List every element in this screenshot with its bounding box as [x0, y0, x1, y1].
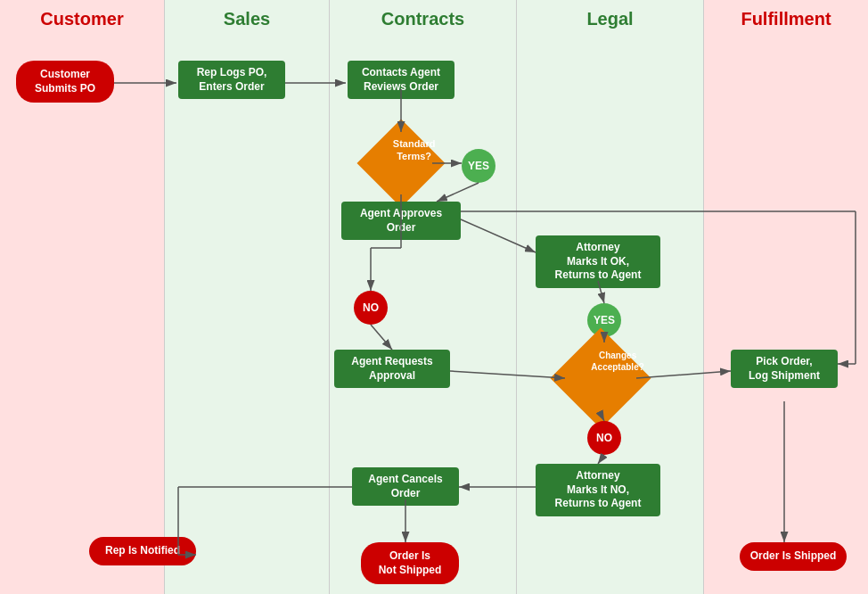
node-pick-order: Pick Order,Log Shipment [731, 350, 838, 388]
flow-diagram: Customer Sales Contracts Legal Fulfillme… [0, 0, 868, 594]
swimlane-fulfillment-header: Fulfillment [704, 0, 868, 38]
node-contacts-agent: Contacts AgentReviews Order [348, 61, 454, 99]
node-no1: NO [354, 291, 388, 325]
node-agent-requests: Agent RequestsApproval [334, 350, 450, 388]
node-customer-submits-po: Customer Submits PO [16, 61, 114, 103]
node-agent-approves: Agent ApprovesOrder [341, 202, 461, 240]
node-agent-cancels: Agent CancelsOrder [352, 467, 459, 506]
swimlane-customer-header: Customer [0, 0, 164, 38]
node-rep-logs-po: Rep Logs PO,Enters Order [178, 61, 285, 99]
node-order-not-shipped: Order IsNot Shipped [361, 542, 459, 584]
node-order-shipped: Order Is Shipped [740, 542, 847, 571]
node-attorney-marks-ok: AttorneyMarks It OK,Returns to Agent [536, 235, 660, 288]
node-attorney-marks-no: AttorneyMarks It NO,Returns to Agent [536, 464, 660, 516]
swimlane-contracts-header: Contracts [330, 0, 516, 38]
swimlane-legal-header: Legal [517, 0, 703, 38]
node-yes1: YES [462, 149, 495, 183]
node-rep-notified: Rep Is Notified [89, 537, 196, 565]
swimlane-fulfillment: Fulfillment [704, 0, 868, 594]
swimlane-sales-header: Sales [165, 0, 329, 38]
node-no2: NO [587, 421, 621, 455]
